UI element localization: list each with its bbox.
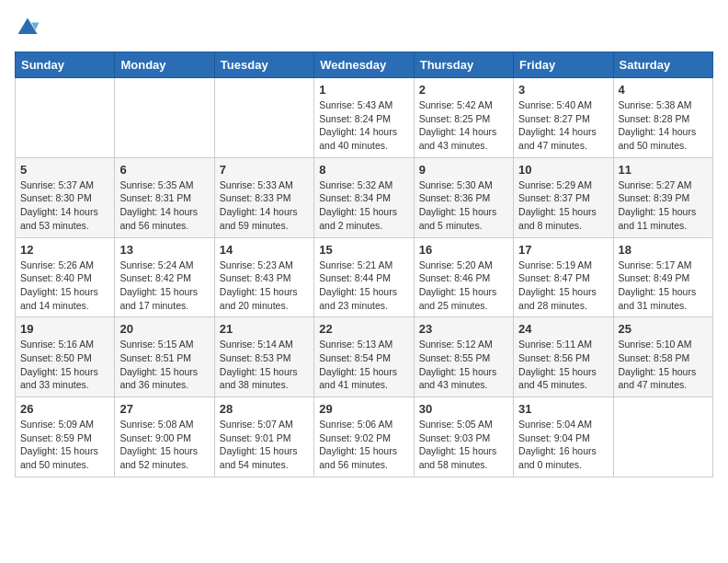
day-number: 23: [419, 322, 508, 336]
day-content: Sunrise: 5:12 AM Sunset: 8:55 PM Dayligh…: [419, 338, 508, 392]
calendar-cell: 22Sunrise: 5:13 AM Sunset: 8:54 PM Dayli…: [314, 317, 414, 397]
calendar-cell: [613, 397, 712, 477]
day-number: 2: [419, 83, 508, 97]
calendar-cell: 29Sunrise: 5:06 AM Sunset: 9:02 PM Dayli…: [314, 397, 414, 477]
header-cell-monday: Monday: [115, 52, 214, 78]
calendar-cell: 9Sunrise: 5:30 AM Sunset: 8:36 PM Daylig…: [414, 157, 513, 237]
calendar-cell: 3Sunrise: 5:40 AM Sunset: 8:27 PM Daylig…: [514, 78, 613, 158]
calendar-cell: 7Sunrise: 5:33 AM Sunset: 8:33 PM Daylig…: [214, 157, 313, 237]
day-number: 13: [119, 243, 209, 257]
day-content: Sunrise: 5:30 AM Sunset: 8:36 PM Dayligh…: [419, 178, 508, 233]
day-number: 28: [220, 402, 309, 416]
day-content: Sunrise: 5:17 AM Sunset: 8:49 PM Dayligh…: [619, 259, 708, 313]
day-number: 20: [119, 322, 209, 336]
calendar-cell: 5Sunrise: 5:37 AM Sunset: 8:30 PM Daylig…: [16, 157, 115, 237]
day-number: 22: [319, 322, 408, 336]
calendar-cell: 25Sunrise: 5:10 AM Sunset: 8:58 PM Dayli…: [613, 317, 712, 397]
calendar-cell: 15Sunrise: 5:21 AM Sunset: 8:44 PM Dayli…: [314, 237, 414, 317]
calendar-cell: 14Sunrise: 5:23 AM Sunset: 8:43 PM Dayli…: [214, 237, 313, 317]
calendar-cell: [16, 78, 115, 158]
day-number: 6: [119, 163, 209, 177]
page-header: [15, 15, 713, 40]
calendar-cell: 23Sunrise: 5:12 AM Sunset: 8:55 PM Dayli…: [414, 317, 513, 397]
calendar-table: SundayMondayTuesdayWednesdayThursdayFrid…: [15, 52, 713, 477]
calendar-cell: 31Sunrise: 5:04 AM Sunset: 9:04 PM Dayli…: [514, 397, 613, 477]
day-content: Sunrise: 5:37 AM Sunset: 8:30 PM Dayligh…: [20, 178, 109, 233]
day-content: Sunrise: 5:35 AM Sunset: 8:31 PM Dayligh…: [119, 178, 209, 233]
header-cell-thursday: Thursday: [414, 52, 513, 78]
day-content: Sunrise: 5:32 AM Sunset: 8:34 PM Dayligh…: [319, 178, 408, 233]
day-number: 15: [319, 243, 408, 257]
calendar-cell: 24Sunrise: 5:11 AM Sunset: 8:56 PM Dayli…: [514, 317, 613, 397]
day-number: 8: [319, 163, 408, 177]
day-number: 17: [518, 243, 608, 257]
day-content: Sunrise: 5:23 AM Sunset: 8:43 PM Dayligh…: [220, 259, 309, 313]
logo-icon: [15, 15, 40, 40]
day-content: Sunrise: 5:27 AM Sunset: 8:39 PM Dayligh…: [619, 178, 708, 233]
day-content: Sunrise: 5:09 AM Sunset: 8:59 PM Dayligh…: [20, 418, 109, 472]
day-number: 21: [220, 322, 309, 336]
calendar-cell: 10Sunrise: 5:29 AM Sunset: 8:37 PM Dayli…: [514, 157, 613, 237]
day-number: 19: [20, 322, 109, 336]
calendar-cell: 26Sunrise: 5:09 AM Sunset: 8:59 PM Dayli…: [16, 397, 115, 477]
calendar-cell: 21Sunrise: 5:14 AM Sunset: 8:53 PM Dayli…: [214, 317, 313, 397]
day-number: 11: [619, 163, 708, 177]
calendar-cell: 11Sunrise: 5:27 AM Sunset: 8:39 PM Dayli…: [613, 157, 712, 237]
day-number: 3: [518, 83, 608, 97]
day-content: Sunrise: 5:43 AM Sunset: 8:24 PM Dayligh…: [319, 98, 408, 153]
day-content: Sunrise: 5:14 AM Sunset: 8:53 PM Dayligh…: [220, 338, 309, 392]
calendar-cell: 20Sunrise: 5:15 AM Sunset: 8:51 PM Dayli…: [115, 317, 214, 397]
day-number: 31: [518, 402, 608, 416]
header-cell-wednesday: Wednesday: [314, 52, 414, 78]
week-row-4: 19Sunrise: 5:16 AM Sunset: 8:50 PM Dayli…: [16, 317, 713, 397]
calendar-cell: [115, 78, 214, 158]
calendar-cell: 19Sunrise: 5:16 AM Sunset: 8:50 PM Dayli…: [16, 317, 115, 397]
calendar-cell: 17Sunrise: 5:19 AM Sunset: 8:47 PM Dayli…: [514, 237, 613, 317]
calendar-cell: 1Sunrise: 5:43 AM Sunset: 8:24 PM Daylig…: [314, 78, 414, 158]
day-content: Sunrise: 5:15 AM Sunset: 8:51 PM Dayligh…: [119, 338, 209, 392]
week-row-5: 26Sunrise: 5:09 AM Sunset: 8:59 PM Dayli…: [16, 397, 713, 477]
header-cell-saturday: Saturday: [613, 52, 712, 78]
day-content: Sunrise: 5:26 AM Sunset: 8:40 PM Dayligh…: [20, 259, 109, 313]
calendar-body: 1Sunrise: 5:43 AM Sunset: 8:24 PM Daylig…: [16, 78, 713, 477]
calendar-cell: [214, 78, 313, 158]
day-number: 5: [20, 163, 109, 177]
week-row-1: 1Sunrise: 5:43 AM Sunset: 8:24 PM Daylig…: [16, 78, 713, 158]
day-content: Sunrise: 5:07 AM Sunset: 9:01 PM Dayligh…: [220, 418, 309, 472]
calendar-cell: 13Sunrise: 5:24 AM Sunset: 8:42 PM Dayli…: [115, 237, 214, 317]
day-number: 10: [518, 163, 608, 177]
day-content: Sunrise: 5:24 AM Sunset: 8:42 PM Dayligh…: [119, 259, 209, 313]
day-number: 24: [518, 322, 608, 336]
calendar-cell: 4Sunrise: 5:38 AM Sunset: 8:28 PM Daylig…: [613, 78, 712, 158]
calendar-header: SundayMondayTuesdayWednesdayThursdayFrid…: [16, 52, 713, 78]
day-number: 18: [619, 243, 708, 257]
day-number: 29: [319, 402, 408, 416]
day-number: 9: [419, 163, 508, 177]
day-number: 1: [319, 83, 408, 97]
day-content: Sunrise: 5:33 AM Sunset: 8:33 PM Dayligh…: [220, 178, 309, 233]
day-content: Sunrise: 5:10 AM Sunset: 8:58 PM Dayligh…: [619, 338, 708, 392]
day-number: 7: [220, 163, 309, 177]
day-content: Sunrise: 5:29 AM Sunset: 8:37 PM Dayligh…: [518, 178, 608, 233]
day-number: 25: [619, 322, 708, 336]
day-content: Sunrise: 5:13 AM Sunset: 8:54 PM Dayligh…: [319, 338, 408, 392]
calendar-cell: 16Sunrise: 5:20 AM Sunset: 8:46 PM Dayli…: [414, 237, 513, 317]
day-content: Sunrise: 5:16 AM Sunset: 8:50 PM Dayligh…: [20, 338, 109, 392]
header-cell-friday: Friday: [514, 52, 613, 78]
calendar-cell: 12Sunrise: 5:26 AM Sunset: 8:40 PM Dayli…: [16, 237, 115, 317]
calendar-cell: 8Sunrise: 5:32 AM Sunset: 8:34 PM Daylig…: [314, 157, 414, 237]
calendar-cell: 6Sunrise: 5:35 AM Sunset: 8:31 PM Daylig…: [115, 157, 214, 237]
logo: [15, 15, 44, 40]
day-number: 4: [619, 83, 708, 97]
calendar-cell: 2Sunrise: 5:42 AM Sunset: 8:25 PM Daylig…: [414, 78, 513, 158]
day-number: 12: [20, 243, 109, 257]
day-content: Sunrise: 5:05 AM Sunset: 9:03 PM Dayligh…: [419, 418, 508, 472]
calendar-cell: 18Sunrise: 5:17 AM Sunset: 8:49 PM Dayli…: [613, 237, 712, 317]
week-row-3: 12Sunrise: 5:26 AM Sunset: 8:40 PM Dayli…: [16, 237, 713, 317]
header-row: SundayMondayTuesdayWednesdayThursdayFrid…: [16, 52, 713, 78]
day-content: Sunrise: 5:20 AM Sunset: 8:46 PM Dayligh…: [419, 259, 508, 313]
day-content: Sunrise: 5:40 AM Sunset: 8:27 PM Dayligh…: [518, 98, 608, 153]
day-content: Sunrise: 5:42 AM Sunset: 8:25 PM Dayligh…: [419, 98, 508, 153]
day-number: 26: [20, 402, 109, 416]
day-content: Sunrise: 5:04 AM Sunset: 9:04 PM Dayligh…: [518, 418, 608, 472]
